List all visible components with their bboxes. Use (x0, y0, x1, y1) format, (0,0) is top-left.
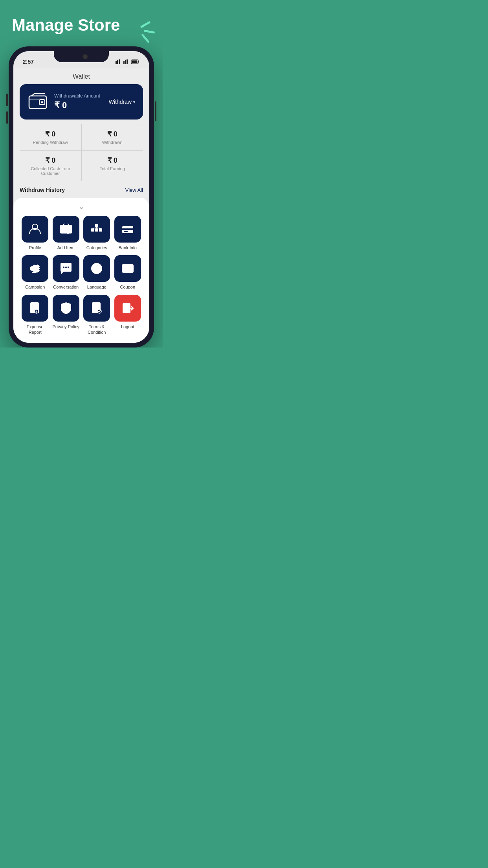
menu-label: Campaign (25, 284, 45, 290)
bank-info-icon (121, 222, 135, 236)
withdraw-history-title: Withdraw History (20, 187, 65, 193)
stat-label: Pending Withdraw (26, 140, 75, 145)
menu-item-expense-report[interactable]: $ Expense Report (21, 295, 49, 335)
svg-rect-20 (95, 224, 98, 227)
wallet-header: Wallet (13, 68, 149, 84)
svg-rect-8 (138, 61, 139, 63)
stat-amount: ₹ 0 (26, 130, 75, 138)
campaign-icon (28, 261, 42, 276)
categories-icon-box (83, 216, 110, 243)
wallet-label: Withdrawable Amount (54, 93, 109, 99)
stat-amount: ₹ 0 (26, 156, 75, 165)
menu-item-logout[interactable]: Logout (114, 295, 142, 335)
stats-grid: ₹ 0 Pending Withdraw ₹ 0 Withdrawn ₹ 0 C… (20, 124, 143, 181)
svg-text:%: % (129, 267, 132, 271)
stat-amount: ₹ 0 (88, 156, 137, 165)
menu-label: Add Item (57, 245, 75, 250)
bottom-sheet: ⌄ Profile (13, 198, 149, 343)
logout-icon (121, 301, 135, 315)
terms-condition-icon-box (83, 295, 110, 322)
menu-grid: Profile (21, 216, 141, 335)
terms-condition-icon (90, 301, 104, 315)
menu-item-conversation[interactable]: Conversation (52, 255, 80, 290)
menu-label: Logout (121, 324, 134, 329)
screen-content: Wallet Withdrawable Amount ₹ 0 Withdraw (13, 68, 149, 343)
svg-rect-2 (119, 59, 120, 64)
menu-label: Categories (86, 245, 107, 250)
menu-label: Expense Report (21, 324, 49, 335)
svg-rect-23 (99, 228, 102, 232)
stat-withdrawn: ₹ 0 Withdrawn (82, 124, 143, 150)
menu-label: Conversation (53, 284, 79, 290)
svg-rect-29 (124, 231, 128, 232)
menu-item-bank-info[interactable]: Bank Info (114, 216, 142, 250)
svg-line-25 (93, 228, 97, 228)
menu-item-categories[interactable]: Categories (83, 216, 111, 250)
menu-label: Profile (29, 245, 41, 250)
menu-item-add-item[interactable]: Add Item (52, 216, 80, 250)
svg-rect-22 (95, 228, 98, 232)
svg-rect-21 (91, 228, 94, 232)
stat-total-earning: ₹ 0 Total Earning (82, 151, 143, 181)
stat-label: Total Earning (88, 166, 137, 171)
conversation-icon (59, 261, 73, 276)
stat-amount: ₹ 0 (88, 130, 137, 138)
menu-item-profile[interactable]: Profile (21, 216, 49, 250)
chevron-down-icon: ▾ (133, 100, 135, 104)
phone-screen: 2:57 Wallet Wi (13, 51, 149, 343)
svg-rect-9 (29, 96, 46, 108)
wallet-info: Withdrawable Amount ₹ 0 (54, 93, 109, 110)
stat-label: Withdrawn (88, 140, 137, 145)
svg-point-36 (65, 267, 67, 268)
status-icons (116, 59, 140, 64)
svg-text:$: $ (35, 310, 37, 313)
bank-info-icon-box (114, 216, 141, 243)
stat-label: Collected Cash from Customer (26, 166, 75, 176)
phone-frame: 2:57 Wallet Wi (9, 46, 154, 348)
coupon-icon-box: % (114, 255, 141, 282)
privacy-policy-icon-box (53, 295, 79, 322)
svg-rect-5 (127, 59, 128, 64)
svg-rect-28 (122, 228, 133, 230)
profile-icon-box (22, 216, 48, 243)
withdraw-button[interactable]: Withdraw ▾ (109, 99, 135, 105)
stat-pending-withdraw: ₹ 0 Pending Withdraw (20, 124, 81, 150)
svg-point-11 (41, 101, 43, 103)
menu-item-language[interactable]: Language (83, 255, 111, 290)
categories-icon (90, 222, 104, 236)
menu-label: Language (87, 284, 106, 290)
menu-label: Privacy Policy (53, 324, 79, 329)
conversation-icon-box (53, 255, 79, 282)
logout-icon-box (114, 295, 141, 322)
coupon-icon: % (121, 261, 135, 276)
campaign-icon-box (22, 255, 48, 282)
svg-rect-4 (125, 60, 126, 64)
camera (83, 54, 88, 59)
language-icon-box (83, 255, 110, 282)
profile-icon (28, 222, 42, 236)
svg-rect-0 (116, 61, 117, 64)
svg-point-35 (63, 267, 64, 268)
menu-item-coupon[interactable]: % Coupon (114, 255, 142, 290)
view-all-button[interactable]: View All (125, 187, 143, 193)
menu-label: Coupon (120, 284, 135, 290)
menu-item-privacy-policy[interactable]: Privacy Policy (52, 295, 80, 335)
wallet-amount: ₹ 0 (54, 100, 109, 110)
language-icon (90, 261, 104, 276)
menu-item-campaign[interactable]: Campaign (21, 255, 49, 290)
expense-report-icon-box: $ (22, 295, 48, 322)
sheet-handle-icon: ⌄ (21, 202, 141, 211)
add-item-icon-box (53, 216, 79, 243)
menu-item-terms-condition[interactable]: Terms & Condition (83, 295, 111, 335)
privacy-policy-icon (59, 301, 73, 315)
menu-label: Bank Info (119, 245, 137, 250)
wallet-icon (28, 91, 49, 112)
withdraw-history-row: Withdraw History View All (13, 181, 149, 196)
add-item-icon (59, 222, 73, 236)
svg-rect-7 (132, 61, 138, 63)
phone-notch (54, 51, 109, 62)
svg-point-37 (68, 267, 69, 268)
svg-rect-3 (123, 61, 125, 64)
menu-label: Terms & Condition (83, 324, 111, 335)
page-title: Manage Store (0, 16, 120, 35)
